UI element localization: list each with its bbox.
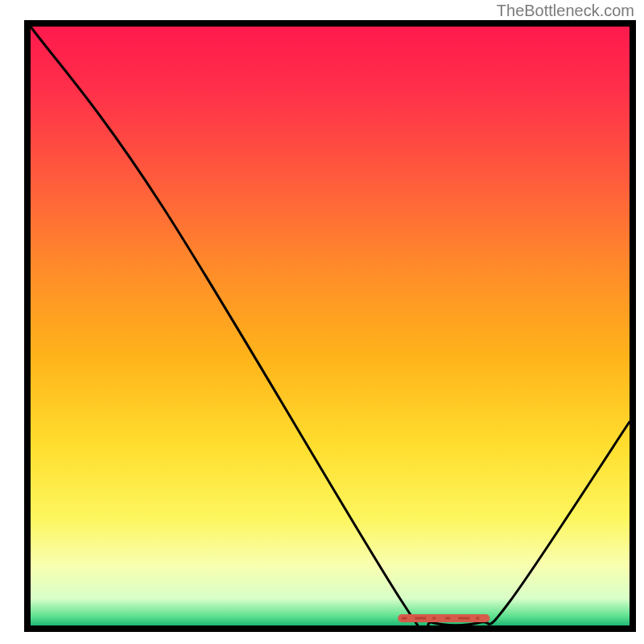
attribution-label: TheBottleneck.com	[497, 2, 634, 20]
bottleneck-chart	[24, 20, 636, 632]
chart-svg	[24, 20, 636, 632]
svg-rect-0	[31, 27, 630, 625]
